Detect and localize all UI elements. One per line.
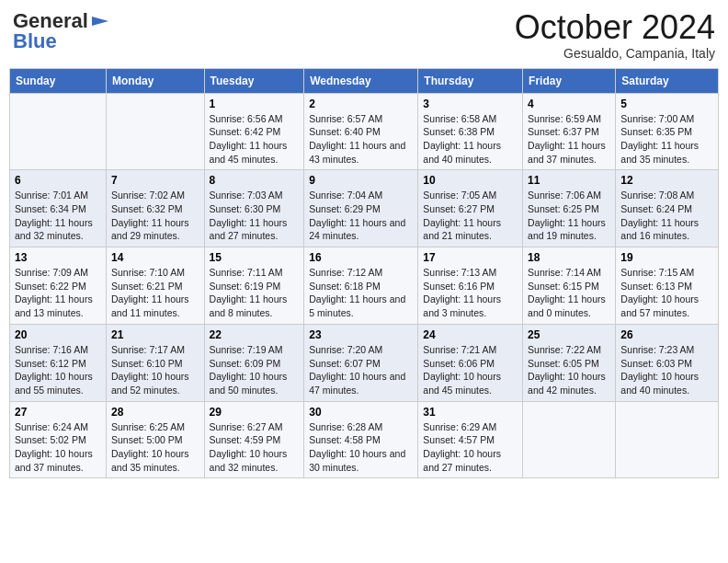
calendar-cell: 26Sunrise: 7:23 AM Sunset: 6:03 PM Dayli… bbox=[616, 324, 719, 401]
day-header-friday: Friday bbox=[523, 68, 616, 93]
day-content: Sunrise: 7:06 AM Sunset: 6:25 PM Dayligh… bbox=[528, 189, 610, 243]
logo-blue: Blue bbox=[13, 29, 57, 53]
calendar-cell: 25Sunrise: 7:22 AM Sunset: 6:05 PM Dayli… bbox=[523, 324, 616, 401]
calendar-week-row: 1Sunrise: 6:56 AM Sunset: 6:42 PM Daylig… bbox=[10, 93, 719, 170]
day-content: Sunrise: 7:17 AM Sunset: 6:10 PM Dayligh… bbox=[111, 343, 199, 397]
day-number: 12 bbox=[620, 174, 713, 187]
day-header-thursday: Thursday bbox=[418, 68, 523, 93]
calendar-cell bbox=[106, 93, 204, 170]
day-number: 11 bbox=[528, 174, 610, 187]
calendar-week-row: 13Sunrise: 7:09 AM Sunset: 6:22 PM Dayli… bbox=[10, 247, 719, 325]
calendar-cell: 10Sunrise: 7:05 AM Sunset: 6:27 PM Dayli… bbox=[418, 170, 523, 247]
day-content: Sunrise: 7:03 AM Sunset: 6:30 PM Dayligh… bbox=[210, 189, 300, 243]
day-content: Sunrise: 7:00 AM Sunset: 6:35 PM Dayligh… bbox=[620, 112, 713, 167]
calendar-cell: 13Sunrise: 7:09 AM Sunset: 6:22 PM Dayli… bbox=[10, 247, 107, 325]
calendar-cell: 20Sunrise: 7:16 AM Sunset: 6:12 PM Dayli… bbox=[10, 324, 107, 401]
day-content: Sunrise: 6:28 AM Sunset: 4:58 PM Dayligh… bbox=[309, 420, 413, 475]
calendar-cell: 23Sunrise: 7:20 AM Sunset: 6:07 PM Dayli… bbox=[304, 324, 418, 401]
calendar-header-row: SundayMondayTuesdayWednesdayThursdayFrid… bbox=[10, 68, 719, 93]
day-content: Sunrise: 6:24 AM Sunset: 5:02 PM Dayligh… bbox=[15, 420, 101, 475]
day-content: Sunrise: 6:29 AM Sunset: 4:57 PM Dayligh… bbox=[423, 420, 518, 475]
logo-arrow-icon bbox=[90, 11, 110, 31]
day-number: 14 bbox=[111, 251, 199, 264]
day-number: 13 bbox=[15, 251, 101, 264]
day-content: Sunrise: 7:08 AM Sunset: 6:24 PM Dayligh… bbox=[620, 189, 713, 243]
calendar-cell: 31Sunrise: 6:29 AM Sunset: 4:57 PM Dayli… bbox=[418, 401, 523, 478]
day-number: 27 bbox=[15, 406, 101, 419]
calendar-week-row: 6Sunrise: 7:01 AM Sunset: 6:34 PM Daylig… bbox=[10, 170, 719, 247]
day-number: 31 bbox=[423, 406, 518, 419]
day-number: 26 bbox=[620, 328, 713, 341]
day-content: Sunrise: 6:25 AM Sunset: 5:00 PM Dayligh… bbox=[111, 420, 199, 475]
day-number: 9 bbox=[309, 174, 413, 187]
day-number: 8 bbox=[210, 174, 300, 187]
day-content: Sunrise: 7:10 AM Sunset: 6:21 PM Dayligh… bbox=[111, 266, 199, 320]
calendar-cell: 30Sunrise: 6:28 AM Sunset: 4:58 PM Dayli… bbox=[304, 401, 418, 478]
day-number: 2 bbox=[309, 98, 413, 110]
calendar-table: SundayMondayTuesdayWednesdayThursdayFrid… bbox=[9, 68, 719, 479]
calendar-week-row: 27Sunrise: 6:24 AM Sunset: 5:02 PM Dayli… bbox=[10, 401, 719, 478]
day-content: Sunrise: 7:14 AM Sunset: 6:15 PM Dayligh… bbox=[528, 266, 610, 320]
title-block: October 2024 Gesualdo, Campania, Italy bbox=[515, 9, 715, 61]
day-content: Sunrise: 7:09 AM Sunset: 6:22 PM Dayligh… bbox=[15, 266, 101, 320]
day-header-monday: Monday bbox=[106, 68, 204, 93]
day-content: Sunrise: 7:22 AM Sunset: 6:05 PM Dayligh… bbox=[528, 343, 610, 397]
calendar-cell: 9Sunrise: 7:04 AM Sunset: 6:29 PM Daylig… bbox=[304, 170, 418, 247]
day-content: Sunrise: 7:13 AM Sunset: 6:16 PM Dayligh… bbox=[423, 266, 518, 320]
calendar-cell: 24Sunrise: 7:21 AM Sunset: 6:06 PM Dayli… bbox=[418, 324, 523, 401]
calendar-cell: 29Sunrise: 6:27 AM Sunset: 4:59 PM Dayli… bbox=[204, 401, 304, 478]
day-number: 10 bbox=[423, 174, 518, 187]
calendar-body: 1Sunrise: 6:56 AM Sunset: 6:42 PM Daylig… bbox=[10, 93, 719, 478]
day-number: 16 bbox=[309, 251, 413, 264]
calendar-cell: 17Sunrise: 7:13 AM Sunset: 6:16 PM Dayli… bbox=[418, 247, 523, 325]
day-number: 18 bbox=[528, 251, 610, 264]
day-content: Sunrise: 7:02 AM Sunset: 6:32 PM Dayligh… bbox=[111, 189, 199, 243]
day-content: Sunrise: 6:57 AM Sunset: 6:40 PM Dayligh… bbox=[309, 112, 413, 167]
calendar-cell: 14Sunrise: 7:10 AM Sunset: 6:21 PM Dayli… bbox=[106, 247, 204, 325]
calendar-cell: 1Sunrise: 6:56 AM Sunset: 6:42 PM Daylig… bbox=[204, 93, 304, 170]
day-content: Sunrise: 7:20 AM Sunset: 6:07 PM Dayligh… bbox=[309, 343, 413, 397]
day-number: 6 bbox=[15, 174, 101, 187]
calendar-cell: 2Sunrise: 6:57 AM Sunset: 6:40 PM Daylig… bbox=[304, 93, 418, 170]
calendar-cell: 15Sunrise: 7:11 AM Sunset: 6:19 PM Dayli… bbox=[204, 247, 304, 325]
calendar-cell: 5Sunrise: 7:00 AM Sunset: 6:35 PM Daylig… bbox=[616, 93, 719, 170]
day-number: 30 bbox=[309, 406, 413, 419]
logo: General Blue bbox=[13, 9, 110, 53]
calendar-cell: 22Sunrise: 7:19 AM Sunset: 6:09 PM Dayli… bbox=[204, 324, 304, 401]
day-content: Sunrise: 7:04 AM Sunset: 6:29 PM Dayligh… bbox=[309, 189, 413, 243]
day-number: 7 bbox=[111, 174, 199, 187]
location: Gesualdo, Campania, Italy bbox=[515, 46, 715, 61]
day-content: Sunrise: 6:56 AM Sunset: 6:42 PM Dayligh… bbox=[210, 112, 300, 167]
day-header-wednesday: Wednesday bbox=[304, 68, 418, 93]
day-number: 21 bbox=[111, 328, 199, 341]
day-number: 25 bbox=[528, 328, 610, 341]
page-header: General Blue October 2024 Gesualdo, Camp… bbox=[9, 9, 719, 61]
day-number: 23 bbox=[309, 328, 413, 341]
calendar-cell bbox=[10, 93, 107, 170]
day-content: Sunrise: 7:23 AM Sunset: 6:03 PM Dayligh… bbox=[620, 343, 713, 397]
day-number: 24 bbox=[423, 328, 518, 341]
day-content: Sunrise: 7:11 AM Sunset: 6:19 PM Dayligh… bbox=[210, 266, 300, 320]
day-number: 4 bbox=[528, 98, 610, 110]
day-number: 17 bbox=[423, 251, 518, 264]
day-header-sunday: Sunday bbox=[10, 68, 107, 93]
calendar-cell: 3Sunrise: 6:58 AM Sunset: 6:38 PM Daylig… bbox=[418, 93, 523, 170]
day-number: 28 bbox=[111, 406, 199, 419]
calendar-cell: 8Sunrise: 7:03 AM Sunset: 6:30 PM Daylig… bbox=[204, 170, 304, 247]
calendar-cell bbox=[616, 401, 719, 478]
day-header-tuesday: Tuesday bbox=[204, 68, 304, 93]
calendar-cell: 7Sunrise: 7:02 AM Sunset: 6:32 PM Daylig… bbox=[106, 170, 204, 247]
calendar-cell: 28Sunrise: 6:25 AM Sunset: 5:00 PM Dayli… bbox=[106, 401, 204, 478]
calendar-cell: 16Sunrise: 7:12 AM Sunset: 6:18 PM Dayli… bbox=[304, 247, 418, 325]
day-number: 3 bbox=[423, 98, 518, 110]
month-title: October 2024 bbox=[515, 9, 715, 46]
calendar-cell: 11Sunrise: 7:06 AM Sunset: 6:25 PM Dayli… bbox=[523, 170, 616, 247]
day-number: 5 bbox=[620, 98, 713, 110]
day-number: 19 bbox=[620, 251, 713, 264]
calendar-cell: 19Sunrise: 7:15 AM Sunset: 6:13 PM Dayli… bbox=[616, 247, 719, 325]
day-number: 1 bbox=[210, 98, 300, 110]
day-number: 15 bbox=[210, 251, 300, 264]
calendar-week-row: 20Sunrise: 7:16 AM Sunset: 6:12 PM Dayli… bbox=[10, 324, 719, 401]
day-number: 22 bbox=[210, 328, 300, 341]
day-content: Sunrise: 7:16 AM Sunset: 6:12 PM Dayligh… bbox=[15, 343, 101, 397]
